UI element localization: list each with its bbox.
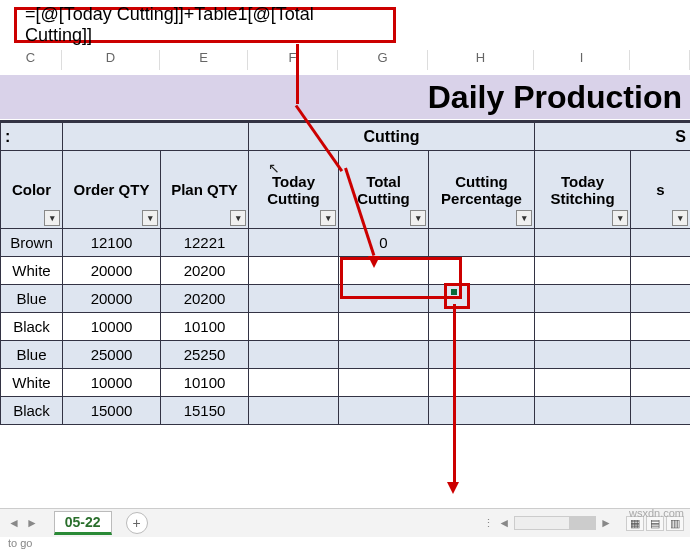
fill-handle-icon[interactable]	[451, 289, 457, 295]
cell[interactable]: 20200	[161, 285, 249, 313]
cell[interactable]: 10000	[63, 313, 161, 341]
cell[interactable]: 20200	[161, 257, 249, 285]
cell[interactable]	[249, 341, 339, 369]
cell[interactable]	[535, 341, 631, 369]
section-colon: :	[1, 123, 63, 151]
title-band: Daily Production	[0, 75, 690, 119]
header-cutting-pct[interactable]: Cutting Percentage▾	[429, 151, 535, 229]
table-row[interactable]: White1000010100	[1, 369, 691, 397]
tab-nav-arrows[interactable]: ◄►	[8, 516, 38, 530]
cell[interactable]	[631, 257, 690, 285]
cell[interactable]	[631, 229, 690, 257]
cell[interactable]	[339, 341, 429, 369]
add-sheet-button[interactable]: +	[126, 512, 148, 534]
cell[interactable]	[249, 313, 339, 341]
header-plan-qty[interactable]: Plan QTY▾	[161, 151, 249, 229]
cell[interactable]	[535, 285, 631, 313]
col-header-e[interactable]: E	[160, 50, 248, 70]
col-header-j[interactable]	[630, 50, 690, 70]
cell[interactable]	[249, 369, 339, 397]
cell[interactable]: White	[1, 369, 63, 397]
cell[interactable]	[535, 257, 631, 285]
filter-icon[interactable]: ▾	[320, 210, 336, 226]
cell[interactable]	[429, 397, 535, 425]
col-header-h[interactable]: H	[428, 50, 534, 70]
cell[interactable]: 10000	[63, 369, 161, 397]
filter-icon[interactable]: ▾	[516, 210, 532, 226]
cell[interactable]	[339, 285, 429, 313]
table-row[interactable]: Black1000010100	[1, 313, 691, 341]
table-row[interactable]: White2000020200	[1, 257, 691, 285]
horizontal-scrollbar[interactable]	[514, 516, 596, 530]
cell[interactable]	[339, 369, 429, 397]
cell[interactable]	[631, 397, 690, 425]
formula-bar[interactable]: =[@[Today Cutting]]+Table1[@[Total Cutti…	[14, 7, 396, 43]
cell[interactable]: Black	[1, 313, 63, 341]
cell[interactable]	[631, 369, 690, 397]
filter-icon[interactable]: ▾	[612, 210, 628, 226]
cell[interactable]: 25250	[161, 341, 249, 369]
cell[interactable]: 10100	[161, 369, 249, 397]
col-header-i[interactable]: I	[534, 50, 630, 70]
cell[interactable]: 25000	[63, 341, 161, 369]
cell[interactable]: 10100	[161, 313, 249, 341]
table-row[interactable]: Brown 12100 12221 0	[1, 229, 691, 257]
cell[interactable]	[535, 397, 631, 425]
cell[interactable]: 15000	[63, 397, 161, 425]
header-order-qty[interactable]: Order QTY▾	[63, 151, 161, 229]
cell[interactable]	[429, 313, 535, 341]
cell[interactable]	[631, 341, 690, 369]
cell[interactable]	[429, 369, 535, 397]
cell[interactable]: 15150	[161, 397, 249, 425]
cell[interactable]: Blue	[1, 341, 63, 369]
filter-icon[interactable]: ▾	[230, 210, 246, 226]
cell[interactable]	[631, 313, 690, 341]
cell[interactable]	[249, 285, 339, 313]
cell[interactable]	[249, 229, 339, 257]
filter-icon[interactable]: ▾	[410, 210, 426, 226]
data-grid: : Cutting S Color▾ Order QTY▾ Plan QTY▾ …	[0, 120, 690, 425]
sheet-tab-active[interactable]: 05-22	[54, 511, 112, 535]
cell[interactable]	[339, 313, 429, 341]
cell[interactable]	[429, 229, 535, 257]
cell[interactable]	[429, 257, 535, 285]
header-stitching-extra[interactable]: s▾	[631, 151, 690, 229]
table-row[interactable]: Black1500015150	[1, 397, 691, 425]
cell-total-cutting-active[interactable]: 0	[339, 229, 429, 257]
cell[interactable]: Brown	[1, 229, 63, 257]
cell[interactable]: 20000	[63, 285, 161, 313]
cell[interactable]	[339, 397, 429, 425]
filter-icon[interactable]: ▾	[142, 210, 158, 226]
table-body: Brown 12100 12221 0 White2000020200 Blue…	[1, 229, 691, 425]
cell[interactable]	[249, 257, 339, 285]
cell[interactable]: White	[1, 257, 63, 285]
table-row[interactable]: Blue2000020200	[1, 285, 691, 313]
cell[interactable]	[535, 229, 631, 257]
cell[interactable]: Black	[1, 397, 63, 425]
header-color[interactable]: Color▾	[1, 151, 63, 229]
cell[interactable]	[631, 285, 690, 313]
cell[interactable]	[535, 369, 631, 397]
cell[interactable]	[429, 285, 535, 313]
table-row[interactable]: Blue2500025250	[1, 341, 691, 369]
header-total-cutting[interactable]: Total Cutting▾	[339, 151, 429, 229]
cell[interactable]	[339, 257, 429, 285]
col-header-d[interactable]: D	[62, 50, 160, 70]
col-header-f[interactable]: F	[248, 50, 338, 70]
filter-icon[interactable]: ▾	[672, 210, 688, 226]
col-header-c[interactable]: C	[0, 50, 62, 70]
watermark: wsxdn.com	[629, 507, 684, 519]
formula-text: =[@[Today Cutting]]+Table1[@[Total Cutti…	[25, 4, 385, 46]
cell[interactable]	[535, 313, 631, 341]
cell[interactable]: 20000	[63, 257, 161, 285]
header-today-cutting[interactable]: Today Cutting▾	[249, 151, 339, 229]
cell[interactable]: 12221	[161, 229, 249, 257]
cell[interactable]	[249, 397, 339, 425]
filter-icon[interactable]: ▾	[44, 210, 60, 226]
column-ruler: C D E F G H I	[0, 50, 690, 70]
cell[interactable]: 12100	[63, 229, 161, 257]
header-today-stitching[interactable]: Today Stitching▾	[535, 151, 631, 229]
col-header-g[interactable]: G	[338, 50, 428, 70]
cell[interactable]	[429, 341, 535, 369]
cell[interactable]: Blue	[1, 285, 63, 313]
